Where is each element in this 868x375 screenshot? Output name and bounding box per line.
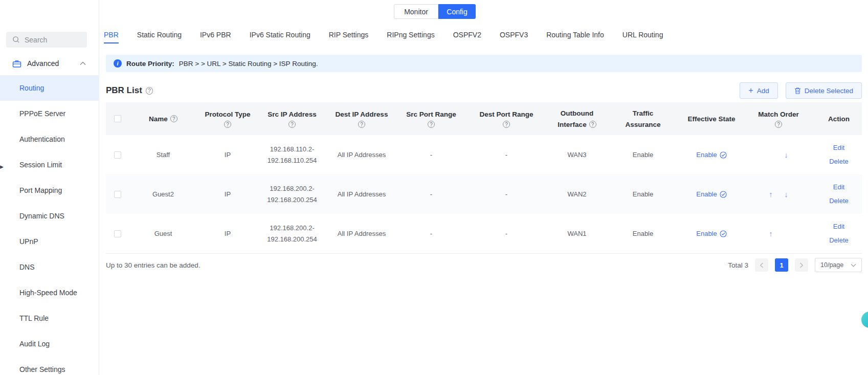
cell-name: Guest2 [134, 189, 192, 199]
sidebar-item-dynamic-dns[interactable]: Dynamic DNS [0, 203, 99, 229]
edit-button[interactable]: Edit [833, 220, 844, 233]
add-button[interactable]: + Add [740, 82, 777, 99]
cell-name: Staff [134, 150, 192, 160]
tab-routing-table-info[interactable]: Routing Table Info [546, 31, 604, 39]
help-icon[interactable]: ? [146, 87, 153, 95]
sidebar-item-session-limit[interactable]: Session Limit [0, 152, 99, 178]
help-icon[interactable]: ? [358, 121, 365, 128]
search-icon [12, 36, 20, 43]
sidebar-item-upnp[interactable]: UPnP [0, 229, 99, 254]
delete-selected-button[interactable]: Delete Selected [786, 82, 862, 99]
sidebar-item-audit-log[interactable]: Audit Log [0, 331, 99, 357]
cell-dest-ip: All IP Addresses [321, 189, 402, 199]
col-header-dest-ip: Dest IP Address? [321, 109, 402, 128]
tab-ospfv3[interactable]: OSPFV3 [500, 31, 528, 39]
col-header-outbound-interface: Outbound Interface? [552, 108, 602, 129]
page-size-select[interactable]: 10/page [815, 258, 862, 272]
search-box[interactable] [6, 32, 87, 48]
tab-rip-settings[interactable]: RIP Settings [329, 31, 369, 39]
row-checkbox[interactable] [114, 191, 121, 198]
move-up-icon[interactable]: ↑ [763, 189, 778, 199]
col-header-dest-port: Dest Port Range? [460, 109, 552, 128]
edit-button[interactable]: Edit [833, 181, 844, 193]
col-header-src-port: Src Port Range? [402, 109, 460, 128]
cell-outbound: WAN2 [552, 189, 602, 199]
config-button[interactable]: Config [438, 4, 476, 19]
col-header-protocol-type: Protocol Type? [192, 109, 263, 128]
entries-note: Up to 30 entries can be added. [106, 261, 201, 269]
move-down-icon[interactable]: ↓ [778, 189, 794, 199]
search-input[interactable] [25, 36, 81, 44]
tab-ospfv2[interactable]: OSPFV2 [453, 31, 481, 39]
chevron-down-icon [851, 263, 856, 267]
sidebar-item-port-mapping[interactable]: Port Mapping [0, 178, 99, 203]
tab-pbr[interactable]: PBR [104, 31, 119, 39]
col-header-action: Action [818, 114, 859, 124]
tab-url-routing[interactable]: URL Routing [622, 31, 663, 39]
monitor-button[interactable]: Monitor [394, 4, 438, 19]
help-icon[interactable]: ? [503, 121, 510, 128]
help-icon[interactable]: ? [288, 121, 296, 128]
move-up-icon[interactable] [763, 150, 778, 160]
sidebar-item-dns[interactable]: DNS [0, 254, 99, 280]
sidebar: Advanced Routing PPPoE Server Authentica… [0, 0, 99, 375]
check-circle-icon [720, 151, 727, 159]
col-header-src-ip: Src IP Address? [263, 109, 321, 128]
cell-action: Edit Delete [818, 181, 859, 207]
sidebar-group-advanced[interactable]: Advanced [0, 55, 99, 72]
sidebar-item-other-settings[interactable]: Other Settings [0, 357, 99, 375]
cell-effective-state: Enable [684, 229, 739, 238]
tab-static-routing[interactable]: Static Routing [137, 31, 182, 39]
tab-ipv6-static-routing[interactable]: IPv6 Static Routing [250, 31, 310, 39]
help-icon[interactable]: ? [775, 121, 782, 128]
pbr-table: Name? Protocol Type? Src IP Address? Des… [106, 102, 862, 254]
state-toggle-link[interactable]: Enable [696, 150, 726, 160]
sidebar-item-authentication[interactable]: Authentication [0, 126, 99, 152]
table-row: Guest2 IP 192.168.200.2-192.168.200.254 … [106, 174, 862, 214]
help-icon[interactable]: ? [224, 121, 231, 128]
page-number-button[interactable]: 1 [775, 258, 788, 272]
row-checkbox[interactable] [114, 151, 121, 159]
page-title: PBR List ? [106, 85, 153, 96]
floating-widget-button[interactable] [861, 312, 868, 328]
state-toggle-link[interactable]: Enable [696, 229, 726, 238]
cell-src-ip: 192.168.110.2-192.168.110.254 [263, 144, 321, 165]
sidebar-group-label: Advanced [27, 59, 59, 68]
cell-match-order: ↑ ↓ [739, 189, 818, 199]
cell-action: Edit Delete [818, 220, 859, 247]
delete-button[interactable]: Delete [829, 195, 849, 207]
delete-button[interactable]: Delete [829, 156, 849, 168]
col-header-traffic-assurance: TrafficAssurance [602, 108, 684, 129]
next-page-button[interactable] [795, 258, 808, 272]
state-toggle-link[interactable]: Enable [696, 189, 726, 199]
delete-button[interactable]: Delete [829, 234, 849, 247]
select-all-checkbox[interactable] [114, 115, 121, 122]
move-down-icon[interactable]: ↓ [778, 150, 794, 160]
sidebar-item-pppoe-server[interactable]: PPPoE Server [0, 101, 99, 126]
move-up-icon[interactable]: ↑ [763, 229, 778, 238]
sidebar-collapse-arrow-icon[interactable]: ▶ [0, 161, 6, 172]
prev-page-button[interactable] [755, 258, 768, 272]
sidebar-item-high-speed-mode[interactable]: High-Speed Mode [0, 280, 99, 305]
sidebar-item-routing[interactable]: Routing [0, 75, 99, 101]
row-checkbox[interactable] [114, 230, 121, 237]
tab-ripng-settings[interactable]: RIPng Settings [387, 31, 434, 39]
table-footer: Up to 30 entries can be added. Total 3 1… [106, 258, 862, 272]
col-header-match-order: Match Order? [739, 109, 818, 128]
chevron-up-icon[interactable] [80, 61, 86, 65]
move-down-icon[interactable] [778, 229, 794, 238]
pbr-list-title: PBR List [106, 85, 142, 96]
tab-ipv6-pbr[interactable]: IPv6 PBR [200, 31, 231, 39]
total-count: Total 3 [728, 261, 748, 269]
route-priority-banner: i Route Priority: PBR > > URL > Static R… [106, 55, 862, 72]
sidebar-item-ttl-rule[interactable]: TTL Rule [0, 305, 99, 331]
help-icon[interactable]: ? [170, 115, 177, 122]
edit-button[interactable]: Edit [833, 142, 844, 154]
help-icon[interactable]: ? [428, 121, 435, 128]
cell-src-ip: 192.168.200.2-192.168.200.254 [263, 184, 321, 205]
cell-dest-port: - [460, 229, 552, 238]
cell-traffic: Enable [602, 150, 684, 160]
cell-dest-port: - [460, 189, 552, 199]
delete-button-label: Delete Selected [805, 87, 853, 95]
help-icon[interactable]: ? [589, 121, 596, 128]
